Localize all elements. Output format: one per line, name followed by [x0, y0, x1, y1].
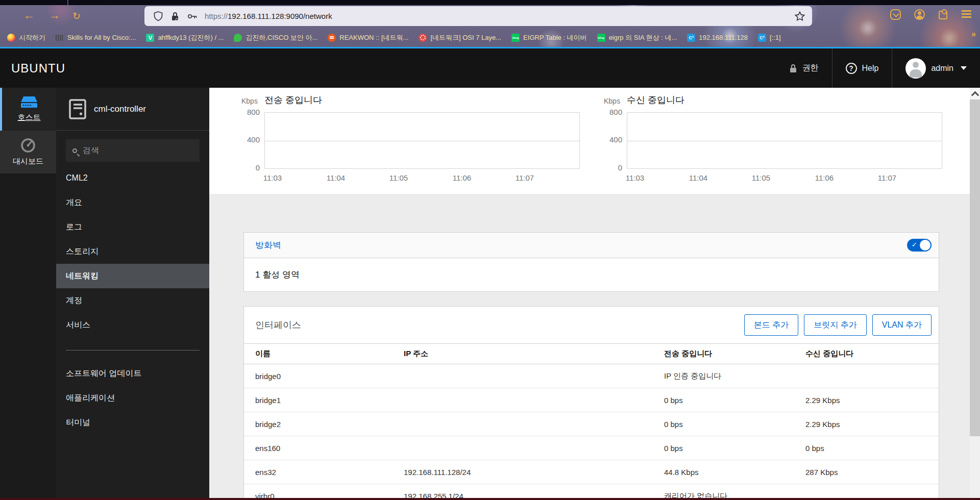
interface-name[interactable]: bridge2	[255, 420, 404, 429]
bookmark-item[interactable]: ahffkdy13 (김진하) / ...	[146, 33, 224, 42]
gridline	[265, 141, 579, 141]
y-axis-ticks: 8004000	[600, 112, 622, 169]
reload-button[interactable]: ↻	[72, 9, 81, 23]
scrollbar-thumb[interactable]	[970, 99, 980, 436]
sidebar-menu-item[interactable]: 스토리지	[56, 239, 209, 264]
url-host-path: 192.168.111.128:9090/network	[228, 12, 332, 20]
interface-name[interactable]: ens32	[255, 468, 404, 477]
bookmark-favicon	[758, 34, 766, 42]
interface-rx: 2.29 Kbps	[805, 396, 939, 405]
help-icon: ?	[846, 63, 857, 74]
search-box[interactable]	[66, 139, 200, 162]
interface-row[interactable]: ens32 192.168.111.128/24 44.8 Kbps 287 K…	[244, 460, 939, 484]
search-input[interactable]	[83, 146, 185, 155]
sidebar-item-label: 계정	[66, 295, 82, 306]
chart-title: 수신 중입니다	[627, 94, 684, 106]
sidebar-menu-item[interactable]: CML2	[56, 166, 209, 190]
bookmark-favicon	[687, 34, 695, 42]
rail-item-dashboard[interactable]: 대시보드	[0, 131, 56, 173]
bookmark-item[interactable]: [::1]	[758, 34, 781, 42]
bookmark-item[interactable]: EIGRP Table : 네이버	[511, 33, 587, 42]
shield-icon[interactable]	[154, 11, 163, 21]
x-tick: 11:06	[815, 173, 834, 182]
sidebar-menu-item[interactable]: 개요	[56, 190, 209, 215]
firewall-title-link[interactable]: 방화벽	[255, 239, 281, 251]
menu-icon[interactable]	[962, 10, 971, 12]
rail-item-host[interactable]: 호스트	[0, 88, 56, 131]
add-bridge-button[interactable]: 브릿지 추가	[804, 314, 866, 336]
interface-row[interactable]: bridge2 0 bps 2.29 Kbps	[244, 412, 939, 436]
interface-row[interactable]: ens160 0 bps 0 bps	[244, 436, 939, 460]
interfaces-table-body: bridge0 IP 인증 중입니다 bridge1 0 bps 2.29 Kb…	[244, 364, 939, 500]
sidebar-menu-item[interactable]: 계정	[56, 288, 209, 313]
url-bar[interactable]: https://192.168.111.128:9090/network	[144, 6, 812, 26]
bookmark-item[interactable]: eigrp 의 SIA 현상 : 네...	[597, 33, 677, 42]
add-vlan-button[interactable]: VLAN 추가	[872, 314, 932, 336]
y-tick: 0	[237, 164, 260, 172]
bookmark-label: ahffkdy13 (김진하) / ...	[158, 33, 224, 42]
privileges-button[interactable]: 권한	[776, 48, 832, 88]
sidebar-menu-item[interactable]: 소프트웨어 업데이트	[56, 361, 209, 386]
sidebar-menu-item[interactable]: 애플리케이션	[56, 386, 209, 410]
left-rail: 호스트 대시보드	[0, 88, 56, 500]
active-zones-text: 1 활성 영역	[255, 269, 300, 281]
bookmark-favicon	[597, 34, 605, 42]
key-icon[interactable]	[187, 13, 198, 20]
bookmark-item[interactable]: REAKWON :: [네트워...	[328, 33, 408, 42]
x-tick: 11:07	[516, 173, 534, 182]
sidebar-menu-item[interactable]: 터미널	[56, 410, 209, 435]
help-button[interactable]: ? Help	[832, 48, 892, 88]
col-name: 이름	[255, 349, 404, 359]
sidebar-menu-item[interactable]: 로그	[56, 215, 209, 239]
screen: ← → ↻ https://192.168.111.128:9090/netwo…	[0, 0, 980, 500]
interface-rx: 287 Kbps	[805, 468, 939, 477]
extensions-icon[interactable]	[939, 11, 947, 19]
bookmark-item[interactable]: [네트워크] OSI 7 Laye...	[419, 33, 501, 42]
bookmark-label: EIGRP Table : 네이버	[523, 33, 587, 42]
bookmark-item[interactable]: 192.168.111.128	[687, 34, 748, 42]
sidebar-item-label: 서비스	[66, 320, 90, 331]
sidebar-item-label: 네트워킹	[66, 271, 99, 282]
bookmark-favicon	[234, 34, 242, 42]
interface-row[interactable]: bridge0 IP 인증 중입니다	[244, 364, 939, 388]
bookmark-star-icon[interactable]	[795, 11, 805, 21]
bookmark-favicon	[419, 34, 427, 42]
sidebar: cml-controller CML2 개요 로그 스토리지 네트워킹 계정 서…	[56, 88, 209, 500]
user-menu[interactable]: admin	[892, 48, 980, 88]
y-tick: 400	[237, 136, 260, 144]
scrollbar[interactable]	[970, 88, 980, 500]
chart-plot-area	[264, 112, 580, 169]
interface-name[interactable]: ens160	[255, 444, 404, 453]
pocket-icon[interactable]	[890, 9, 901, 20]
sidebar-menu-item[interactable]: 서비스	[56, 313, 209, 337]
scroll-up-icon[interactable]	[970, 88, 980, 99]
interface-row[interactable]: bridge1 0 bps 2.29 Kbps	[244, 388, 939, 412]
add-bond-button[interactable]: 본드 추가	[744, 314, 798, 336]
username: admin	[931, 64, 953, 73]
forward-button[interactable]: →	[49, 8, 60, 22]
browser-tab-strip	[0, 0, 980, 5]
sidebar-menu-item[interactable]: 네트워킹	[56, 264, 209, 288]
interface-tx: 0 bps	[664, 444, 805, 453]
back-button[interactable]: ←	[23, 8, 35, 22]
bookmarks-overflow-icon[interactable]: »	[971, 30, 976, 39]
lock-icon[interactable]	[171, 11, 179, 21]
receive-chart: Kbps 수신 중입니다 8004000 11:0311:0411:0511:0…	[600, 94, 980, 188]
interface-name[interactable]: bridge1	[255, 396, 404, 405]
account-icon[interactable]	[914, 9, 925, 20]
host-selector[interactable]: cml-controller	[56, 88, 209, 131]
bookmark-label: 시작하기	[19, 33, 45, 42]
server-icon	[19, 96, 39, 109]
bookmark-item[interactable]: Skills for All by Cisco:...	[56, 34, 136, 41]
firewall-body: 1 활성 영역	[244, 258, 939, 291]
url-text[interactable]: https://192.168.111.128:9090/network	[205, 12, 795, 20]
menu-divider	[66, 350, 200, 351]
bookmark-item[interactable]: 김진하,CISCO 보안 아...	[234, 33, 317, 42]
interfaces-title: 인터페이스	[255, 319, 301, 331]
interface-tx: 0 bps	[664, 420, 805, 429]
interface-rx: 0 bps	[805, 444, 939, 453]
firewall-toggle[interactable]: ✓	[907, 239, 932, 252]
bookmark-item[interactable]: 시작하기	[7, 33, 45, 42]
interface-name[interactable]: bridge0	[255, 372, 404, 381]
col-rx: 수신 중입니다	[805, 349, 939, 359]
